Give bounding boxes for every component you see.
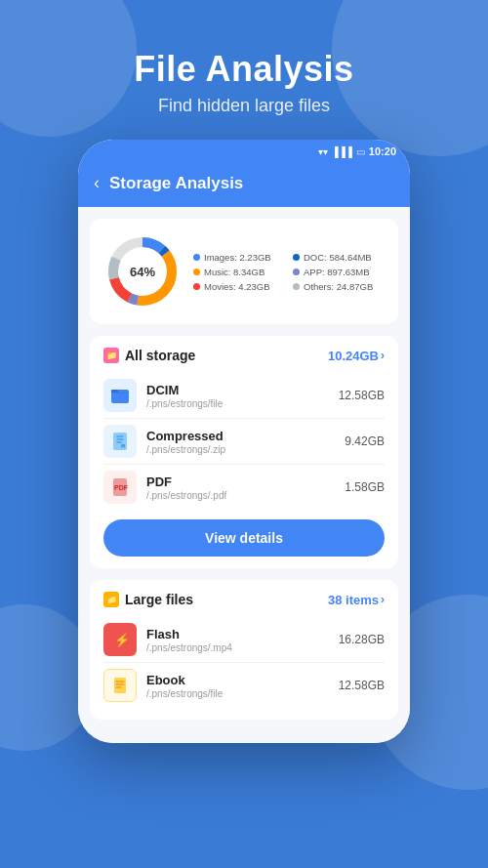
flash-path: /.pns/estrongs/.mp4: [146, 642, 329, 653]
dcim-size: 12.58GB: [339, 389, 385, 402]
flash-size: 16.28GB: [339, 633, 385, 646]
compressed-size: 9.42GB: [345, 434, 385, 448]
all-storage-chevron: ›: [381, 349, 385, 362]
nav-bar: ‹ Storage Analysis: [78, 163, 410, 207]
legend-item-music: Music: 8.34GB: [193, 267, 285, 277]
large-files-title: Large files: [125, 592, 193, 607]
all-storage-value[interactable]: 10.24GB ›: [328, 349, 385, 363]
ebook-path: /.pns/estrongs/file: [146, 688, 329, 699]
view-details-button[interactable]: View details: [103, 519, 385, 557]
ebook-icon: [103, 669, 137, 702]
large-files-left: 📁 Large files: [103, 592, 193, 607]
status-icons: ▾▾ ▐▐▐ ▭ 10:20: [318, 145, 396, 157]
legend-dot-others: [293, 283, 300, 290]
svg-text:⚡: ⚡: [114, 632, 131, 648]
legend-dot-app: [293, 269, 300, 275]
dcim-info: DCIM /.pns/estrongs/file: [146, 383, 329, 409]
chart-legend: Images: 2.23GB DOC: 584.64MB Music: 8.34…: [193, 252, 385, 292]
chart-card: 64% Images: 2.23GB DOC: 584.64MB Music: …: [90, 219, 398, 324]
ebook-info: Ebook /.pns/estrongs/file: [146, 673, 329, 699]
file-item-ebook[interactable]: Ebook /.pns/estrongs/file 12.58GB: [103, 662, 385, 708]
flash-info: Flash /.pns/estrongs/.mp4: [146, 627, 329, 653]
all-storage-card: 📁 All storage 10.24GB ›: [90, 336, 398, 568]
legend-dot-images: [193, 254, 200, 261]
legend-label-app: APP: 897.63MB: [304, 267, 370, 277]
pdf-size: 1.58GB: [345, 480, 385, 494]
flash-name: Flash: [146, 627, 329, 641]
file-item-pdf[interactable]: PDF PDF /.pns/estrongs/.pdf 1.58GB: [103, 464, 385, 510]
legend-label-doc: DOC: 584.64MB: [304, 252, 372, 263]
svg-rect-13: [114, 678, 126, 693]
page-title: File Analysis: [134, 49, 353, 90]
file-item-dcim[interactable]: DCIM /.pns/estrongs/file 12.58GB: [103, 373, 385, 418]
legend-item-others: Others: 24.87GB: [293, 281, 385, 292]
legend-label-others: Others: 24.87GB: [304, 281, 373, 292]
flash-icon: ⚡: [103, 623, 137, 656]
dcim-icon: [103, 379, 137, 412]
pdf-icon: PDF: [103, 471, 137, 504]
legend-item-app: APP: 897.63MB: [293, 267, 385, 277]
status-bar: ▾▾ ▐▐▐ ▭ 10:20: [78, 140, 410, 163]
header-section: File Analysis Find hidden large files: [134, 0, 353, 116]
back-button[interactable]: ‹: [94, 173, 100, 193]
pdf-name: PDF: [146, 475, 335, 489]
legend-label-movies: Movies: 4.23GB: [204, 281, 270, 292]
legend-item-images: Images: 2.23GB: [193, 252, 285, 263]
ebook-size: 12.58GB: [339, 679, 385, 692]
wifi-icon: ▾▾: [318, 146, 328, 157]
all-storage-title: All storage: [125, 348, 195, 363]
all-storage-header: 📁 All storage 10.24GB ›: [103, 348, 385, 363]
large-files-count: 38 items: [328, 593, 379, 607]
all-storage-left: 📁 All storage: [103, 348, 195, 363]
phone-frame: ▾▾ ▐▐▐ ▭ 10:20 ‹ Storage Analysis: [78, 140, 410, 743]
status-time: 10:20: [369, 145, 396, 157]
large-files-chevron: ›: [381, 593, 385, 606]
large-files-card: 📁 Large files 38 items › ⚡: [90, 580, 398, 720]
file-item-compressed[interactable]: Compressed /.pns/estrongs/.zip 9.42GB: [103, 418, 385, 464]
legend-label-images: Images: 2.23GB: [204, 252, 271, 263]
large-files-icon: 📁: [103, 592, 119, 607]
compressed-info: Compressed /.pns/estrongs/.zip: [146, 429, 335, 455]
battery-icon: ▭: [356, 146, 365, 157]
large-files-header: 📁 Large files 38 items ›: [103, 592, 385, 607]
donut-percentage: 64%: [130, 265, 155, 279]
legend-label-music: Music: 8.34GB: [204, 267, 264, 277]
compressed-name: Compressed: [146, 429, 335, 443]
file-item-flash[interactable]: ⚡ Flash /.pns/estrongs/.mp4 16.28GB: [103, 617, 385, 662]
content-area: 64% Images: 2.23GB DOC: 584.64MB Music: …: [78, 207, 410, 743]
pdf-path: /.pns/estrongs/.pdf: [146, 490, 335, 501]
donut-chart: 64%: [103, 232, 182, 310]
all-storage-icon: 📁: [103, 348, 119, 363]
ebook-name: Ebook: [146, 673, 329, 687]
bg-circle-topleft: [0, 0, 137, 137]
all-storage-size: 10.24GB: [328, 349, 379, 363]
legend-dot-movies: [193, 283, 200, 290]
bg-circle-topright: [332, 0, 488, 156]
signal-icon: ▐▐▐: [332, 146, 352, 157]
legend-dot-music: [193, 269, 200, 275]
pdf-info: PDF /.pns/estrongs/.pdf: [146, 475, 335, 501]
nav-title: Storage Analysis: [109, 174, 243, 193]
legend-item-doc: DOC: 584.64MB: [293, 252, 385, 263]
compressed-icon: [103, 425, 137, 458]
dcim-path: /.pns/estrongs/file: [146, 398, 329, 409]
legend-item-movies: Movies: 4.23GB: [193, 281, 285, 292]
legend-dot-doc: [293, 254, 300, 261]
page-subtitle: Find hidden large files: [134, 96, 353, 116]
svg-rect-8: [111, 390, 118, 393]
compressed-path: /.pns/estrongs/.zip: [146, 444, 335, 455]
phone-mockup: ▾▾ ▐▐▐ ▭ 10:20 ‹ Storage Analysis: [78, 140, 410, 743]
dcim-name: DCIM: [146, 383, 329, 397]
large-files-value[interactable]: 38 items ›: [328, 593, 385, 607]
svg-text:PDF: PDF: [114, 484, 129, 491]
